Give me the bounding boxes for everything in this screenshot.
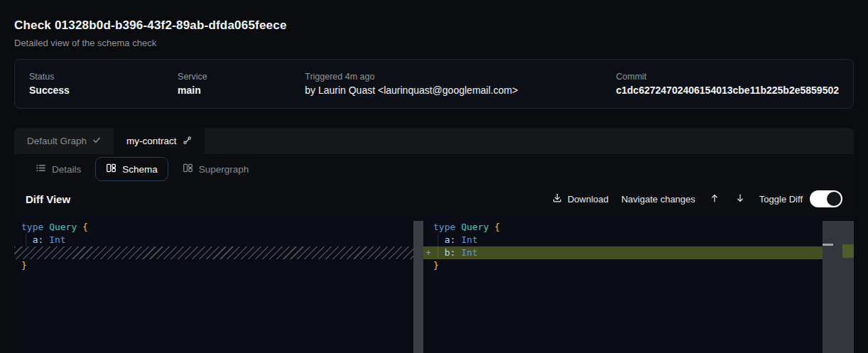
- tab-default-graph[interactable]: Default Graph: [14, 128, 114, 154]
- service-value: main: [178, 85, 305, 96]
- diff-pane-original: type Query { a: Int}: [14, 214, 423, 353]
- toggle-knob: [827, 192, 841, 206]
- diff-gutter: +: [423, 246, 433, 259]
- tab-supergraph[interactable]: Supergraph: [175, 158, 256, 180]
- tab-supergraph-label: Supergraph: [199, 164, 249, 175]
- download-label: Download: [568, 194, 609, 205]
- check-icon: [92, 136, 101, 146]
- previous-change-button[interactable]: [708, 192, 721, 207]
- diff-placeholder-line: [14, 246, 423, 259]
- check-detail-panel: Default Graph my-contract: [14, 128, 854, 353]
- download-button[interactable]: Download: [552, 192, 609, 205]
- code-text: a: Int: [21, 234, 66, 246]
- navigate-changes-label: Navigate changes: [622, 194, 695, 205]
- code-line: type Query {: [14, 221, 423, 234]
- commit-field: Commit c1dc62724702406154013cbe11b225b2e…: [616, 72, 839, 96]
- overview-ruler[interactable]: [823, 221, 854, 353]
- triggered-label: Triggered 4m ago: [305, 72, 616, 82]
- service-label: Service: [178, 72, 305, 82]
- triggered-field: Triggered 4m ago by Laurin Quast <laurin…: [305, 72, 616, 96]
- triggered-value: by Laurin Quast <laurinquast@googlemail.…: [305, 85, 616, 96]
- tab-details[interactable]: Details: [28, 158, 88, 180]
- code-text: a: Int: [433, 234, 478, 246]
- original-code: type Query { a: Int}: [14, 214, 423, 272]
- code-text: }: [433, 259, 439, 272]
- next-change-button[interactable]: [734, 192, 747, 207]
- tab-details-label: Details: [52, 164, 81, 175]
- code-text: type Query {: [21, 221, 88, 234]
- indent-guide: [438, 234, 438, 259]
- ruler-position-tick: [823, 244, 833, 246]
- status-field: Status Success: [29, 72, 178, 96]
- panels-icon: [183, 163, 193, 175]
- commit-label: Commit: [616, 72, 839, 82]
- modified-code: type Query { a: Int+ b: Int}: [423, 214, 854, 272]
- toggle-diff-label: Toggle Diff: [759, 194, 803, 205]
- diff-editor: type Query { a: Int} type Query { a: Int…: [14, 214, 854, 353]
- commit-value: c1dc62724702406154013cbe11b225b2e5859502: [616, 85, 839, 96]
- status-label: Status: [29, 72, 178, 82]
- page-subtitle: Detailed view of the schema check: [14, 38, 854, 48]
- list-icon: [36, 163, 46, 175]
- diff-pane-modified: type Query { a: Int+ b: Int}: [423, 214, 854, 353]
- download-icon: [552, 192, 563, 205]
- code-line: a: Int: [14, 234, 423, 246]
- arrow-down-icon: [735, 193, 745, 205]
- original-scrollbar[interactable]: [413, 221, 423, 353]
- code-line: }: [423, 259, 854, 272]
- code-line: a: Int: [423, 234, 854, 246]
- tab-schema-label: Schema: [122, 164, 158, 175]
- service-field: Service main: [178, 72, 305, 96]
- schema-check-page: Check 01328b0d-b396-43f2-89ab-dfda065fee…: [0, 0, 868, 353]
- code-text: }: [21, 259, 27, 272]
- arrow-up-icon: [710, 193, 720, 205]
- toggle-diff-switch[interactable]: [810, 190, 842, 207]
- tab-my-contract[interactable]: my-contract: [114, 128, 205, 154]
- code-line: }: [14, 259, 423, 272]
- diff-gutter: [423, 259, 433, 272]
- ruler-added-marker: [842, 244, 854, 258]
- tab-schema[interactable]: Schema: [95, 157, 168, 181]
- panels-icon: [106, 163, 116, 175]
- toggle-diff-control: Toggle Diff: [759, 190, 842, 207]
- status-value: Success: [29, 85, 178, 96]
- tab-default-graph-label: Default Graph: [27, 136, 87, 146]
- diff-toolbar: Download Navigate changes: [552, 190, 842, 207]
- indent-guide: [26, 234, 26, 246]
- code-line: + b: Int: [423, 246, 854, 259]
- graph-tab-strip: Default Graph my-contract: [14, 128, 854, 154]
- page-title: Check 01328b0d-b396-43f2-89ab-dfda065fee…: [14, 18, 854, 33]
- tab-my-contract-label: my-contract: [126, 136, 177, 146]
- contract-icon: [183, 136, 192, 147]
- check-meta-card: Status Success Service main Triggered 4m…: [14, 59, 854, 109]
- view-tab-bar: Details Schema: [14, 154, 854, 184]
- code-line: type Query {: [423, 221, 854, 234]
- diff-gutter: [423, 221, 433, 234]
- diff-header: Diff View Download Navigate changes: [14, 184, 854, 214]
- code-text: b: Int: [433, 246, 478, 259]
- code-text: type Query {: [433, 221, 500, 234]
- diff-gutter: [423, 234, 433, 246]
- diff-view-title: Diff View: [26, 193, 70, 205]
- page-header: Check 01328b0d-b396-43f2-89ab-dfda065fee…: [14, 18, 854, 48]
